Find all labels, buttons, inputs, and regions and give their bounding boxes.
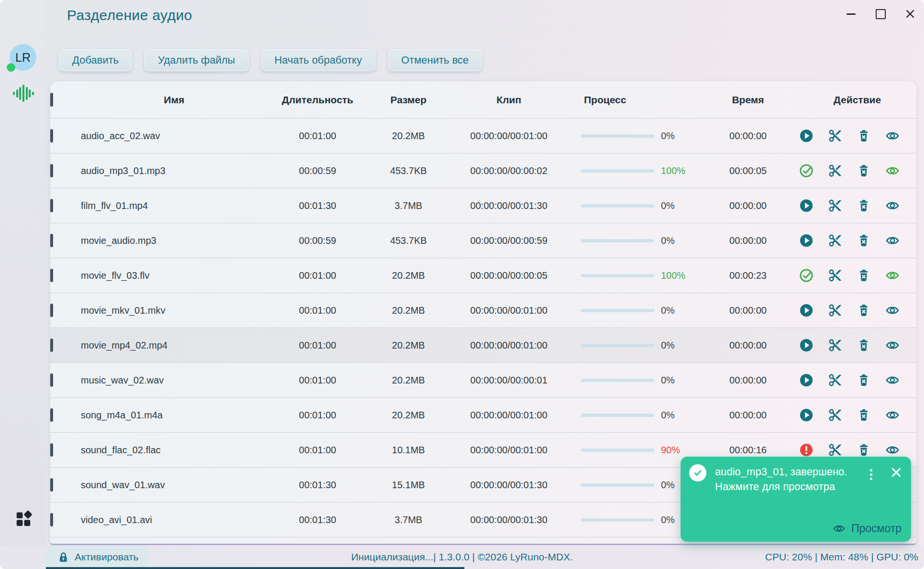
minimize-icon[interactable] — [846, 9, 856, 19]
row-checkbox[interactable] — [50, 339, 53, 352]
play-button[interactable] — [799, 408, 814, 422]
trash-icon[interactable] — [857, 164, 871, 178]
activate-label: Активировать — [75, 551, 139, 563]
more-options-icon[interactable] — [866, 467, 876, 481]
eye-icon[interactable] — [885, 443, 900, 457]
trash-icon[interactable] — [857, 303, 871, 317]
row-checkbox[interactable] — [50, 269, 53, 282]
trash-icon[interactable] — [857, 268, 871, 283]
scissors-icon[interactable] — [828, 443, 842, 457]
scissors-icon[interactable] — [828, 268, 842, 283]
activate-button[interactable]: Активировать — [46, 545, 148, 569]
row-checkbox[interactable] — [50, 443, 53, 457]
table-row[interactable]: audio_acc_02.wav 00:01:00 20.2MB 00:00:0… — [50, 118, 916, 153]
trash-icon[interactable] — [857, 373, 871, 387]
table-header: Имя Длительность Размер Клип Процесс Вре… — [50, 81, 916, 118]
eye-icon[interactable] — [885, 373, 900, 387]
trash-icon[interactable] — [857, 233, 871, 248]
play-button[interactable] — [799, 198, 814, 213]
row-actions — [798, 373, 916, 387]
status-done-icon[interactable] — [799, 164, 814, 178]
play-button[interactable] — [799, 303, 814, 317]
start-processing-button[interactable]: Начать обработку — [261, 49, 375, 71]
progress-track — [581, 449, 654, 452]
app-window: LR Разделение аудио Добавить Удалить фай… — [0, 0, 924, 569]
row-checkbox[interactable] — [50, 164, 53, 177]
trash-icon[interactable] — [857, 129, 871, 143]
column-header-size: Размер — [368, 94, 449, 106]
row-checkbox[interactable] — [50, 408, 53, 422]
eye-icon[interactable] — [885, 164, 900, 178]
file-size: 453.7KB — [368, 235, 449, 246]
delete-files-button[interactable]: Удалить файлы — [144, 49, 248, 71]
file-size: 20.2MB — [368, 270, 449, 281]
scissors-icon[interactable] — [828, 408, 842, 422]
row-checkbox[interactable] — [50, 373, 53, 387]
table-row[interactable]: music_wav_02.wav 00:01:00 20.2MB 00:00:0… — [50, 362, 916, 397]
progress-percent: 0% — [661, 375, 690, 386]
play-button[interactable] — [799, 373, 814, 387]
file-name: movie_mkv_01.mkv — [81, 305, 267, 316]
add-button[interactable]: Добавить — [59, 49, 132, 71]
toast-close-icon[interactable] — [890, 466, 902, 479]
status-done-icon[interactable] — [799, 268, 814, 283]
table-row[interactable]: movie_mkv_01.mkv 00:01:00 20.2MB 00:00:0… — [50, 293, 916, 328]
table-row[interactable]: movie_audio.mp3 00:00:59 453.7KB 00:00:0… — [50, 223, 916, 258]
scissors-icon[interactable] — [828, 233, 842, 248]
table-row[interactable]: movie_mp4_02.mp4 00:01:00 20.2MB 00:00:0… — [50, 328, 916, 362]
scissors-icon[interactable] — [828, 129, 842, 143]
file-clip: 00:00:00/00:01:30 — [449, 514, 569, 525]
dashboard-blocks-icon[interactable] — [14, 510, 33, 528]
play-button[interactable] — [799, 129, 814, 143]
eye-icon[interactable] — [885, 198, 900, 213]
row-checkbox[interactable] — [50, 234, 53, 247]
row-checkbox[interactable] — [50, 513, 53, 526]
scissors-icon[interactable] — [828, 164, 842, 178]
row-checkbox[interactable] — [50, 304, 53, 317]
scissors-icon[interactable] — [828, 303, 842, 317]
play-button[interactable] — [799, 338, 814, 352]
table-row[interactable]: song_m4a_01.m4a 00:01:00 20.2MB 00:00:00… — [50, 397, 916, 432]
row-checkbox[interactable] — [50, 478, 53, 492]
cancel-all-button[interactable]: Отменить все — [388, 49, 482, 71]
waveform-icon[interactable] — [13, 84, 34, 102]
maximize-icon[interactable] — [875, 9, 886, 19]
file-name: music_wav_02.wav — [81, 375, 267, 386]
row-actions — [798, 198, 916, 213]
eye-icon[interactable] — [885, 268, 900, 283]
eye-icon[interactable] — [885, 408, 900, 422]
table-row[interactable]: audio_mp3_01.mp3 00:00:59 453.7KB 00:00:… — [50, 153, 916, 188]
table-row[interactable]: movie_flv_03.flv 00:01:00 20.2MB 00:00:0… — [50, 258, 916, 293]
file-time: 00:00:00 — [707, 410, 798, 421]
file-time: 00:00:00 — [707, 305, 798, 316]
scissors-icon[interactable] — [828, 373, 842, 387]
file-time: 00:00:00 — [707, 131, 798, 142]
trash-icon[interactable] — [857, 198, 871, 213]
row-checkbox[interactable] — [50, 129, 53, 142]
eye-icon[interactable] — [885, 303, 900, 317]
status-error-icon[interactable] — [799, 443, 814, 457]
trash-icon[interactable] — [857, 408, 871, 422]
progress-percent: 0% — [661, 305, 690, 316]
file-progress: 0% — [569, 410, 707, 421]
scissors-icon[interactable] — [828, 198, 842, 213]
select-all-checkbox[interactable] — [50, 93, 53, 107]
file-duration: 00:01:00 — [267, 270, 368, 281]
close-icon[interactable] — [905, 9, 915, 19]
scissors-icon[interactable] — [828, 338, 842, 352]
play-button[interactable] — [799, 233, 814, 248]
row-checkbox[interactable] — [50, 199, 53, 212]
row-actions — [798, 408, 916, 422]
trash-icon[interactable] — [857, 443, 871, 457]
toast-notification[interactable]: audio_mp3_01, завершено. Нажмите для про… — [681, 457, 911, 542]
progress-percent: 0% — [661, 131, 690, 142]
toolbar: Добавить Удалить файлы Начать обработку … — [59, 49, 482, 71]
toast-preview-action[interactable]: Просмотр — [833, 522, 902, 535]
column-header-action: Действие — [798, 94, 916, 106]
file-name: video_avi_01.avi — [81, 514, 267, 525]
trash-icon[interactable] — [857, 338, 871, 352]
eye-icon[interactable] — [885, 338, 900, 352]
eye-icon[interactable] — [885, 129, 900, 143]
table-row[interactable]: film_flv_01.mp4 00:01:30 3.7MB 00:00:00/… — [50, 188, 916, 223]
eye-icon[interactable] — [885, 233, 900, 248]
